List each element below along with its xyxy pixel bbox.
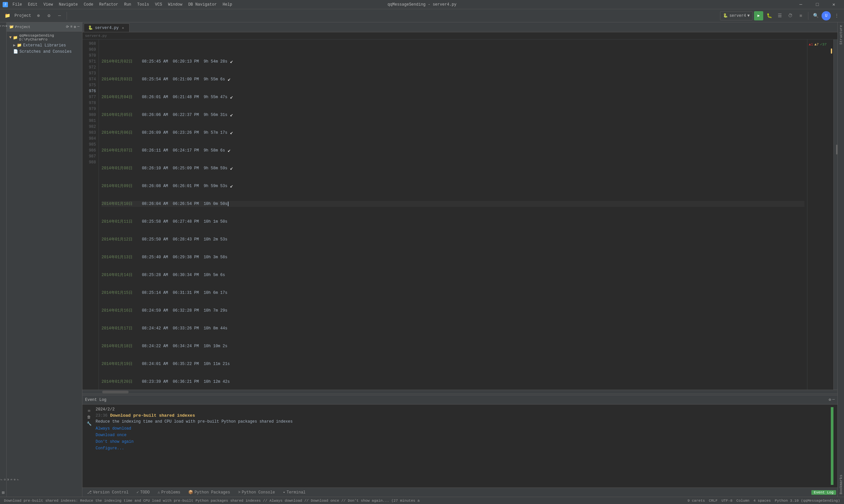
services-icon[interactable]: ⊞ [0, 489, 6, 496]
code-line-976: 2014年01月10日 08:26:04 AM 06:26:54 PM 10h … [102, 201, 805, 207]
run-button[interactable]: ▶ [754, 11, 763, 20]
db-browser-icon[interactable]: DB Browser [0, 477, 20, 482]
menu-edit[interactable]: Edit [25, 2, 40, 7]
arrow-973: ↙ [227, 148, 231, 154]
code-line-978: 2014年01月12日 08:25:50 AM 06:28:43 PM 10h … [102, 236, 805, 242]
tree-item-scratches[interactable]: 📄 Scratches and Consoles [6, 49, 82, 55]
time-973: 08:26:11 AM 06:24:17 PM 9h 58m 6s [133, 148, 225, 154]
search-button[interactable]: 🔍 [811, 11, 820, 20]
event-log-settings-icon[interactable]: ⚙ [829, 397, 831, 402]
horizontal-scrollbar[interactable] [82, 390, 838, 394]
menu-navigate[interactable]: Navigate [56, 2, 81, 7]
menu-window[interactable]: Window [166, 2, 185, 7]
menu-db-navigator[interactable]: DB Navigator [186, 2, 219, 7]
python-console-label: Python Console [242, 490, 275, 495]
date-975: 2014年01月09日 [102, 183, 133, 189]
structure-tab[interactable]: Structure [839, 22, 844, 47]
project-gear-icon[interactable]: ⚙ [74, 25, 76, 29]
scrollbar-thumb [102, 391, 128, 393]
menu-vcs[interactable]: VCS [152, 2, 165, 7]
tab-python-packages[interactable]: 📦 Python Packages [185, 488, 234, 497]
menu-file[interactable]: File [10, 2, 25, 7]
date-976: 2014年01月10日 [102, 201, 133, 207]
server-selector[interactable]: 🐍 server4 ▼ [720, 11, 753, 20]
close-button[interactable]: ✕ [826, 0, 841, 9]
link-download-once[interactable]: Download once [96, 432, 828, 438]
project-settings-icon[interactable]: ≡ [70, 25, 72, 29]
log-tool-icon[interactable]: 🔧 [86, 421, 92, 426]
menu-code[interactable]: Code [81, 2, 96, 7]
code-line-981: 2014年01月15日 08:25:14 AM 06:31:31 PM 10h … [102, 290, 805, 296]
bottom-tabs: ⎇ Version Control ✓ TODO ⚠ Problems 📦 Py… [82, 488, 838, 497]
tab-close-button[interactable]: ✕ [121, 26, 125, 30]
tab-problems[interactable]: ⚠ Problems [154, 488, 184, 497]
event-log-activity-bar [831, 407, 833, 485]
arrow-974: ↙ [230, 165, 234, 171]
cursor-976 [228, 202, 228, 206]
link-always-download[interactable]: Always download [96, 425, 828, 432]
folder-icon: ▼ [9, 35, 12, 40]
project-label: Project [13, 14, 32, 18]
bookmarks-tab[interactable]: Bookmarks [839, 472, 844, 497]
menu-view[interactable]: View [41, 2, 56, 7]
close-panel-btn[interactable]: ─ [55, 11, 64, 20]
scratch-icon: 📄 [13, 49, 18, 54]
date-979: 2014年01月13日 [102, 254, 133, 260]
log-clear-icon[interactable]: 🗑 [86, 414, 92, 420]
editor-tab-server4[interactable]: 🐍 server4.py ✕ [84, 23, 130, 32]
log-date: 2024/2/2 [96, 407, 828, 412]
maximize-button[interactable]: □ [810, 0, 825, 9]
project-sync-icon[interactable]: ⟳ [66, 25, 69, 29]
date-969: 2014年01月03日 [102, 76, 133, 82]
code-line-975: 2014年01月09日 08:26:08 AM 06:26:01 PM 9h 5… [102, 183, 805, 189]
window-title: qqMessageSending - server4.py [388, 2, 457, 7]
project-minimize-icon[interactable]: ─ [77, 25, 80, 29]
status-column: Column [737, 499, 750, 503]
menu-help[interactable]: Help [220, 2, 235, 7]
log-notification-title: Download pre-built shared indexes [110, 413, 195, 418]
profile-button[interactable]: ⏱ [786, 11, 795, 20]
event-log-tab-button[interactable]: Event Log [811, 490, 836, 495]
tab-todo[interactable]: ✓ TODO [133, 488, 153, 497]
project-section: 📁 Project ⊕ ⚙ ─ [3, 11, 64, 20]
right-gutter[interactable] [833, 39, 838, 390]
debug-button[interactable]: 🐛 [764, 11, 774, 20]
event-log-text: 2024/2/2 23:36 Download pre-built shared… [96, 407, 828, 485]
project-tab-icon[interactable]: Project [0, 24, 16, 28]
date-968: 2014年01月02日 [102, 59, 133, 65]
code-content[interactable]: 2014年01月02日 08:25:45 AM 06:20:13 PM 9h 5… [99, 39, 807, 390]
line-num-981: 981 [82, 118, 96, 124]
toolbar-right: 🐍 server4 ▼ ▶ 🐛 ☰ ⏱ ■ 🔍 U ⋮ [720, 11, 841, 20]
separator-1 [67, 12, 67, 20]
log-description: Reduce the indexing time and CPU load wi… [96, 419, 828, 424]
menu-run[interactable]: Run [121, 2, 134, 7]
menu-refactor[interactable]: Refactor [97, 2, 121, 7]
tree-item-external[interactable]: ▶ 📁 External Libraries [6, 42, 82, 49]
event-log-minimize-icon[interactable]: ─ [832, 397, 835, 402]
event-log-header: Event Log ⚙ ─ [82, 395, 838, 404]
tree-item-root[interactable]: ▼ 📁 qqMessageSending D:\PyCharmPro [6, 33, 82, 42]
menu-tools[interactable]: Tools [135, 2, 152, 7]
line-num-977: 977 [82, 94, 96, 100]
user-button[interactable]: U [822, 11, 831, 20]
status-crlf: CRLF [709, 499, 718, 503]
status-message-text: Download pre-built shared indexes: Reduc… [4, 499, 420, 503]
time-969: 08:25:54 AM 06:21:00 PM 9h 55m 6s [133, 76, 225, 82]
link-configure[interactable]: Configure... [96, 445, 828, 452]
tab-python-console[interactable]: > Python Console [235, 488, 278, 497]
coverage-button[interactable]: ☰ [775, 11, 784, 20]
settings-btn[interactable]: ⚙ [44, 11, 53, 20]
project-icon[interactable]: 📁 [3, 11, 12, 20]
more-button[interactable]: ⋮ [832, 11, 841, 20]
minimize-button[interactable]: ─ [793, 0, 808, 9]
code-line-969: 2014年01月03日 08:25:54 AM 06:21:00 PM 9h 5… [102, 76, 805, 82]
status-python: Python 3.10 (qqMessageSending) [775, 499, 840, 503]
project-folder-icon: 📁 [13, 35, 18, 40]
tab-terminal[interactable]: ▪ Terminal [279, 488, 309, 497]
stop-button[interactable]: ■ [796, 11, 806, 20]
link-dont-show[interactable]: Don't show again [96, 438, 828, 445]
tab-version-control[interactable]: ⎇ Version Control [84, 488, 132, 497]
expand-btn[interactable]: ⊕ [34, 11, 43, 20]
scroll-indicator [836, 145, 838, 155]
line-num-979: 979 [82, 106, 96, 112]
